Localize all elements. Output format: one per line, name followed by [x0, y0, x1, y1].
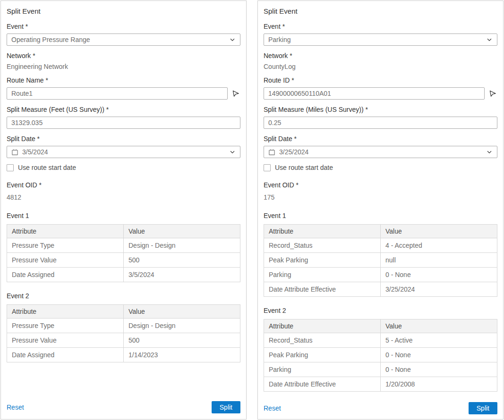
- split-measure-input[interactable]: [7, 117, 240, 129]
- map-pointer-icon[interactable]: [231, 89, 240, 98]
- table-row: Date Attribute Effective 1/20/2008: [264, 377, 497, 392]
- split-event-widgets: Split Event Event * Operating Pressure R…: [0, 0, 504, 420]
- event1-section: Event 1 Attribute Value Pressure Type De…: [7, 212, 240, 282]
- route-label: Route Name *: [7, 76, 240, 84]
- attribute-cell: Pressure Value: [7, 333, 124, 348]
- reset-button[interactable]: Reset: [7, 403, 24, 411]
- network-label: Network *: [7, 52, 240, 59]
- event-oid-label: Event OID *: [264, 181, 497, 189]
- event-oid-value: 175: [264, 193, 497, 201]
- value-cell: 500: [124, 333, 240, 348]
- split-date-value: 3/5/2024: [22, 148, 229, 156]
- value-cell: 0 - None: [381, 348, 497, 362]
- split-button[interactable]: Split: [469, 402, 497, 414]
- attribute-cell: Date Assigned: [7, 268, 124, 282]
- calendar-icon: [11, 149, 18, 156]
- value-cell: 1/14/2023: [124, 348, 240, 362]
- map-pointer-icon[interactable]: [488, 89, 497, 98]
- table-row: Pressure Type Design - Design: [7, 238, 240, 253]
- route-input[interactable]: [7, 87, 228, 100]
- use-route-start-date-label: Use route start date: [18, 164, 76, 171]
- attribute-column-header: Attribute: [7, 305, 124, 319]
- value-column-header: Value: [381, 319, 497, 333]
- event-oid-label: Event OID *: [7, 181, 240, 189]
- value-cell: null: [381, 253, 497, 268]
- split-date-label: Split Date *: [7, 135, 240, 143]
- calendar-icon: [268, 149, 275, 156]
- split-date-value: 3/25/2024: [279, 148, 486, 156]
- value-cell: 1/20/2008: [381, 377, 497, 392]
- attribute-column-header: Attribute: [264, 319, 381, 333]
- split-date-picker[interactable]: 3/5/2024: [7, 146, 240, 158]
- network-label: Network *: [264, 52, 497, 59]
- value-cell: 500: [124, 253, 240, 268]
- attribute-cell: Date Assigned: [7, 348, 124, 362]
- use-route-start-date-checkbox[interactable]: [7, 164, 14, 171]
- value-column-header: Value: [124, 305, 240, 319]
- chevron-down-icon: [229, 36, 236, 43]
- split-date-picker[interactable]: 3/25/2024: [264, 146, 497, 158]
- value-cell: Design - Design: [124, 319, 240, 333]
- value-column-header: Value: [124, 225, 240, 238]
- split-event-panel-right: Split Event Event * Parking Network * Co…: [257, 0, 504, 420]
- event1-table: Attribute Value Record_Status 4 - Accept…: [264, 224, 497, 297]
- event1-title: Event 1: [7, 212, 240, 219]
- attribute-column-header: Attribute: [7, 225, 124, 238]
- value-cell: 4 - Accepted: [381, 238, 497, 253]
- attribute-cell: Record_Status: [264, 333, 381, 348]
- event1-section: Event 1 Attribute Value Record_Status 4 …: [264, 212, 497, 297]
- use-route-start-date-checkbox[interactable]: [264, 164, 271, 171]
- event-label: Event *: [7, 23, 240, 30]
- table-row: Parking 0 - None: [264, 268, 497, 282]
- attribute-cell: Date Attribute Effective: [264, 377, 381, 392]
- chevron-down-icon: [486, 36, 493, 43]
- route-label: Route ID *: [264, 76, 497, 84]
- page-title: Split Event: [7, 7, 240, 15]
- value-cell: Design - Design: [124, 238, 240, 253]
- table-row: Pressure Value 500: [7, 253, 240, 268]
- table-row: Pressure Value 500: [7, 333, 240, 348]
- event2-table: Attribute Value Record_Status 5 - Active…: [264, 319, 497, 392]
- use-route-start-date-label: Use route start date: [275, 164, 333, 171]
- network-value: CountyLog: [264, 63, 497, 70]
- event2-section: Event 2 Attribute Value Pressure Type De…: [7, 292, 240, 362]
- event-label: Event *: [264, 23, 497, 30]
- table-row: Parking 0 - None: [264, 362, 497, 377]
- value-cell: 5 - Active: [381, 333, 497, 348]
- event-select[interactable]: Parking: [264, 34, 497, 46]
- network-value: Engineering Network: [7, 63, 240, 70]
- split-event-panel-left: Split Event Event * Operating Pressure R…: [0, 0, 247, 420]
- split-date-label: Split Date *: [264, 135, 497, 143]
- event2-title: Event 2: [7, 292, 240, 300]
- value-column-header: Value: [381, 225, 497, 238]
- table-row: Record_Status 4 - Accepted: [264, 238, 497, 253]
- split-measure-input[interactable]: [264, 117, 497, 129]
- event2-section: Event 2 Attribute Value Record_Status 5 …: [264, 307, 497, 392]
- reset-button[interactable]: Reset: [264, 404, 281, 412]
- table-row: Date Assigned 1/14/2023: [7, 348, 240, 362]
- attribute-cell: Pressure Value: [7, 253, 124, 268]
- chevron-down-icon: [229, 149, 236, 155]
- event2-title: Event 2: [264, 307, 497, 314]
- value-cell: 3/25/2024: [381, 282, 497, 297]
- attribute-cell: Date Attribute Effective: [264, 282, 381, 297]
- table-row: Date Assigned 3/5/2024: [7, 268, 240, 282]
- value-cell: 0 - None: [381, 268, 497, 282]
- route-input[interactable]: [264, 87, 485, 100]
- footer: Reset Split: [264, 397, 497, 414]
- attribute-cell: Record_Status: [264, 238, 381, 253]
- value-cell: 0 - None: [381, 362, 497, 377]
- footer: Reset Split: [7, 396, 240, 413]
- table-row: Peak Parking 0 - None: [264, 348, 497, 362]
- table-row: Date Attribute Effective 3/25/2024: [264, 282, 497, 297]
- table-row: Pressure Type Design - Design: [7, 319, 240, 333]
- event2-table: Attribute Value Pressure Type Design - D…: [7, 304, 240, 362]
- attribute-cell: Peak Parking: [264, 253, 381, 268]
- chevron-down-icon: [486, 149, 493, 155]
- attribute-cell: Pressure Type: [7, 238, 124, 253]
- event-select[interactable]: Operating Pressure Range: [7, 34, 240, 46]
- split-button[interactable]: Split: [212, 401, 240, 413]
- attribute-cell: Pressure Type: [7, 319, 124, 333]
- attribute-cell: Parking: [264, 362, 381, 377]
- measure-label: Split Measure (Feet (US Survey)) *: [7, 106, 240, 113]
